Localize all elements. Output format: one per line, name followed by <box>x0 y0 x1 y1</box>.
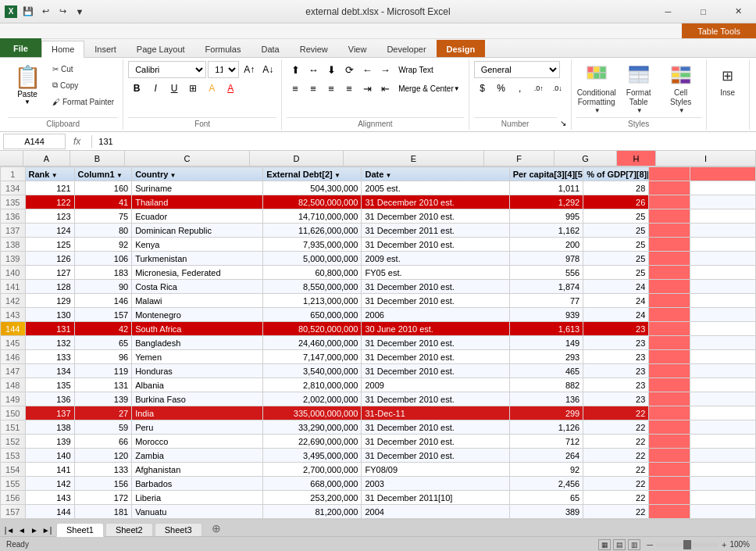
align-top-button[interactable]: ⬆ <box>287 61 304 78</box>
table-row[interactable]: 148135131Albania2,810,000,000200988223 <box>1 378 756 392</box>
sheet-tab-1[interactable]: Sheet1 <box>56 523 104 537</box>
table-row[interactable]: 15013727India335,000,000,00031-Dec-11299… <box>1 406 756 420</box>
table-row[interactable]: 14613396Yemen7,147,000,00031 December 20… <box>1 350 756 364</box>
first-sheet-button[interactable]: |◄ <box>3 524 16 536</box>
decimal-increase-button[interactable]: .0↑ <box>530 80 547 97</box>
zoom-in-button[interactable]: + <box>722 540 726 549</box>
table-row[interactable]: 149136139Burkina Faso2,002,000,00031 Dec… <box>1 392 756 406</box>
cell-styles-button[interactable]: Cell Styles ▼ <box>661 61 701 116</box>
col-header-b[interactable]: B <box>70 151 125 166</box>
table-row[interactable]: 15213966Morocco22,690,000,00031 December… <box>1 435 756 449</box>
font-size-select[interactable]: 11 <box>208 61 239 78</box>
table-row[interactable]: 14112890Costa Rica8,550,000,00031 Decemb… <box>1 280 756 294</box>
cut-button[interactable]: ✂Cut <box>48 61 118 77</box>
decimal-decrease-button[interactable]: .0↓ <box>549 80 566 97</box>
tab-design[interactable]: Design <box>437 40 486 57</box>
zoom-slider[interactable] <box>656 542 719 547</box>
indent-button[interactable]: ⇥ <box>358 80 376 97</box>
table-row[interactable]: 155142156Barbados668,000,00020032,45622 <box>1 477 756 491</box>
col-header-e[interactable]: E <box>344 151 484 166</box>
tab-file[interactable]: File <box>0 38 41 57</box>
next-sheet-button[interactable]: ► <box>28 524 41 536</box>
increase-font-button[interactable]: A↑ <box>241 61 258 78</box>
percent-button[interactable]: % <box>493 80 510 97</box>
insert-button[interactable]: ⊞ Inse <box>711 61 744 100</box>
zoom-out-button[interactable]: ─ <box>647 540 653 549</box>
undo-button[interactable]: ↩ <box>37 4 53 20</box>
col-header-c[interactable]: C <box>125 151 250 166</box>
col-header-f[interactable]: F <box>484 151 555 166</box>
tab-review[interactable]: Review <box>290 40 338 57</box>
tab-developer[interactable]: Developer <box>376 40 436 57</box>
col-header-g[interactable]: G <box>555 151 617 166</box>
table-row[interactable]: 13712480Dominican Republic11,626,000,000… <box>1 224 756 238</box>
grid-container[interactable]: 1Rank ▼Column1 ▼Country ▼External Debt[2… <box>0 166 756 519</box>
indent-increase-button[interactable]: → <box>376 61 394 78</box>
italic-button[interactable]: I <box>147 80 164 97</box>
cell-reference-box[interactable] <box>3 134 66 149</box>
sheet-tab-2[interactable]: Sheet2 <box>105 523 153 536</box>
insert-sheet-button[interactable]: ⊕ <box>207 521 226 536</box>
justify-button[interactable]: ≡ <box>341 80 358 97</box>
table-row[interactable]: 143130157Montenegro650,000,000200693924 <box>1 308 756 322</box>
formula-input[interactable] <box>98 134 753 149</box>
page-layout-view-button[interactable]: ▤ <box>613 539 626 550</box>
col-header-i[interactable]: I <box>656 151 756 166</box>
table-row[interactable]: 13812592Kenya7,935,000,00031 December 20… <box>1 238 756 252</box>
align-center-button[interactable]: ≡ <box>305 80 322 97</box>
format-painter-button[interactable]: 🖌Format Painter <box>48 94 118 109</box>
tab-home[interactable]: Home <box>41 41 84 58</box>
table-row[interactable]: 14513265Bangladesh24,460,000,00031 Decem… <box>1 336 756 350</box>
align-left-button[interactable]: ≡ <box>287 80 304 97</box>
format-as-table-button[interactable]: Format Table ▼ <box>619 61 659 116</box>
save-button[interactable]: 💾 <box>20 4 36 20</box>
table-row[interactable]: 15113859Peru33,290,000,00031 December 20… <box>1 420 756 435</box>
align-bottom-button[interactable]: ⬇ <box>323 61 340 78</box>
close-button[interactable]: ✕ <box>721 0 756 23</box>
sheet-tab-3[interactable]: Sheet3 <box>155 523 202 536</box>
number-format-select[interactable]: General <box>474 61 560 78</box>
fill-color-button[interactable]: A <box>203 80 220 97</box>
redo-button[interactable]: ↪ <box>55 4 70 20</box>
wrap-text-button[interactable]: Wrap Text <box>394 62 437 77</box>
outdent-button[interactable]: ⇤ <box>376 80 394 97</box>
tab-data[interactable]: Data <box>251 40 289 57</box>
underline-button[interactable]: U <box>166 80 183 97</box>
col-header-a[interactable]: A <box>23 151 70 166</box>
col-header-d[interactable]: D <box>250 151 344 166</box>
comma-button[interactable]: , <box>512 80 529 97</box>
merge-center-button[interactable]: Merge & Center▼ <box>394 81 464 96</box>
text-direction-button[interactable]: ⟳ <box>341 61 358 78</box>
table-row[interactable]: 156143172Liberia253,200,00031 December 2… <box>1 491 756 505</box>
maximize-button[interactable]: □ <box>686 0 721 23</box>
tab-insert[interactable]: Insert <box>84 40 127 57</box>
table-row[interactable]: 13512241Thailand82,500,000,00031 Decembe… <box>1 195 756 209</box>
copy-button[interactable]: ⧉Copy <box>48 77 118 93</box>
decrease-font-button[interactable]: A↓ <box>259 61 276 78</box>
tab-formulas[interactable]: Formulas <box>195 40 251 57</box>
font-name-select[interactable]: Calibri <box>128 61 206 78</box>
align-right-button[interactable]: ≡ <box>323 80 340 97</box>
table-row[interactable]: 134121160Suriname504,300,0002005 est.1,0… <box>1 181 756 195</box>
prev-sheet-button[interactable]: ◄ <box>16 524 28 536</box>
bold-button[interactable]: B <box>128 80 145 97</box>
table-row[interactable]: 140127183Micronesia, Federated60,800,000… <box>1 266 756 280</box>
paste-button[interactable]: 📋 Paste ▼ <box>8 61 47 108</box>
font-color-button[interactable]: A <box>222 80 239 97</box>
table-row[interactable]: 147134119Honduras3,540,000,00031 Decembe… <box>1 364 756 378</box>
table-row[interactable]: 142129146Malawi1,213,000,00031 December … <box>1 294 756 308</box>
currency-button[interactable]: $ <box>474 80 491 97</box>
number-dialog-button[interactable]: ↘ <box>560 119 566 127</box>
tab-view[interactable]: View <box>338 40 377 57</box>
tab-page-layout[interactable]: Page Layout <box>127 40 195 57</box>
table-row[interactable]: 153140120Zambia3,495,000,00031 December … <box>1 449 756 463</box>
minimize-button[interactable]: ─ <box>651 0 686 23</box>
align-middle-button[interactable]: ↔ <box>305 61 322 78</box>
table-row[interactable]: 13612375Ecuador14,710,000,00031 December… <box>1 209 756 224</box>
customize-qa-button[interactable]: ▼ <box>72 4 87 20</box>
border-button[interactable]: ⊞ <box>184 80 201 97</box>
conditional-formatting-button[interactable]: Conditional Formatting ▼ <box>576 61 617 116</box>
page-break-view-button[interactable]: ▥ <box>628 539 640 550</box>
indent-decrease-button[interactable]: ← <box>358 61 376 78</box>
table-row[interactable]: 154141133Afghanistan2,700,000,000FY08/09… <box>1 463 756 477</box>
